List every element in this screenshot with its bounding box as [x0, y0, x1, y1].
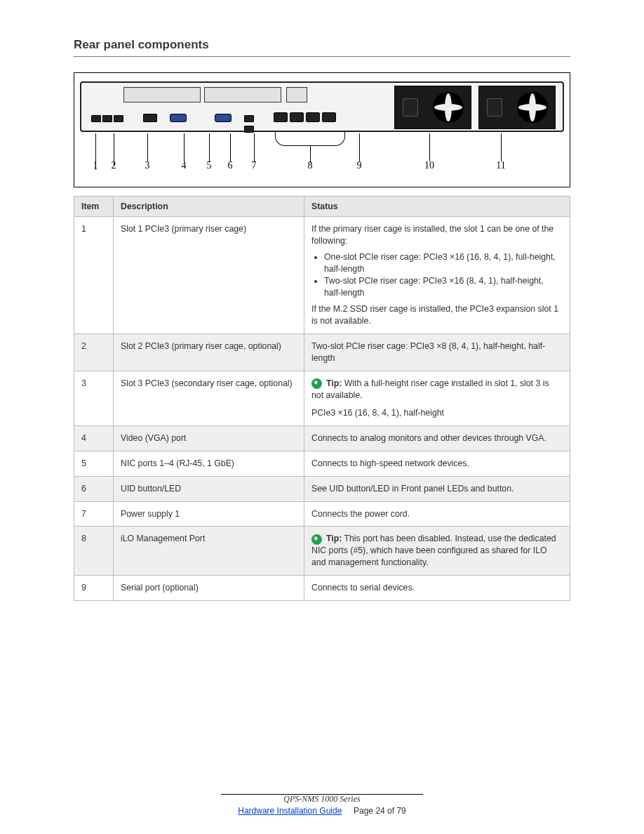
cell-desc: Slot 3 PCIe3 (secondary riser cage, opti…	[114, 371, 304, 425]
cell-status: Connects the power cord.	[304, 501, 570, 527]
cell-item: 5	[74, 451, 114, 476]
cell-status: Connects to serial devices.	[304, 576, 570, 601]
rear-panel-diagram: 1 2 3 4 5 6 7 8 9 10 11	[74, 72, 570, 187]
callout-num: 4	[182, 160, 187, 171]
cell-item: 3	[74, 371, 114, 425]
callout-num: 7	[252, 160, 257, 171]
table-row: 4 Video (VGA) port Connects to analog mo…	[74, 425, 570, 451]
server-rear-illustration	[80, 81, 564, 132]
cell-desc: Slot 2 PCIe3 (primary riser cage, option…	[114, 333, 304, 371]
th-status: Status	[304, 197, 570, 217]
table-row: 5 NIC ports 1–4 (RJ-45, 1 GbE) Connects …	[74, 451, 570, 476]
cell-status: Connects to high-speed network devices.	[304, 451, 570, 476]
cell-status: See UID button/LED in Front panel LEDs a…	[304, 476, 570, 501]
cell-item: 8	[74, 527, 114, 576]
psu-2	[478, 86, 556, 129]
cell-item: 7	[74, 501, 114, 527]
table-row: 8 iLO Management Port Tip: This port has…	[74, 527, 570, 576]
cell-item: 9	[74, 576, 114, 601]
section-title: Rear panel components	[74, 38, 570, 57]
callout-num: 8	[308, 160, 313, 171]
psu-1	[394, 86, 471, 129]
table-row: 3 Slot 3 PCIe3 (secondary riser cage, op…	[74, 371, 570, 425]
cell-desc: Power supply 1	[114, 501, 304, 527]
cell-desc: UID button/LED	[114, 476, 304, 501]
tip-icon	[311, 534, 322, 545]
footer-page-info: Page 24 of 79	[354, 806, 406, 816]
th-item: Item	[74, 197, 114, 217]
rear-panel-table: Item Description Status 1 Slot 1 PCIe3 (…	[74, 196, 570, 601]
table-row: 9 Serial port (optional) Connects to ser…	[74, 576, 570, 601]
cell-desc: NIC ports 1–4 (RJ-45, 1 GbE)	[114, 451, 304, 476]
callout-num: 6	[228, 160, 233, 171]
callout-num: 1	[93, 160, 98, 171]
callout-num: 11	[496, 160, 505, 171]
cell-desc: Serial port (optional)	[114, 576, 304, 601]
callout-num: 2	[112, 160, 116, 171]
footer-link[interactable]: Hardware Installation Guide	[238, 806, 342, 816]
callout-num: 9	[357, 160, 362, 171]
cell-status: Tip: This port has been disabled. Instea…	[304, 527, 570, 576]
diagram-callouts: 1 2 3 4 5 6 7 8 9 10 11	[80, 133, 564, 184]
callout-num: 3	[145, 160, 150, 171]
cell-desc: Video (VGA) port	[114, 425, 304, 451]
cell-item: 6	[74, 476, 114, 501]
cell-status: Connects to analog monitors and other de…	[304, 425, 570, 451]
callout-num: 5	[207, 160, 212, 171]
tip-icon	[311, 378, 322, 389]
table-row: 6 UID button/LED See UID button/LED in F…	[74, 476, 570, 501]
page-footer: QPS-NMS 1000 Series Hardware Installatio…	[0, 794, 644, 816]
table-row: 7 Power supply 1 Connects the power cord…	[74, 501, 570, 527]
table-row: 1 Slot 1 PCIe3 (primary riser cage) If t…	[74, 217, 570, 334]
th-desc: Description	[114, 197, 304, 217]
cell-item: 1	[74, 217, 114, 334]
cell-status: Two-slot PCIe riser cage: PCIe3 ×8 (8, 4…	[304, 333, 570, 371]
cell-desc: iLO Management Port	[114, 527, 304, 576]
cell-status: If the primary riser cage is installed, …	[304, 217, 570, 334]
cell-item: 4	[74, 425, 114, 451]
footer-model: QPS-NMS 1000 Series	[0, 794, 644, 805]
table-row: 2 Slot 2 PCIe3 (primary riser cage, opti…	[74, 333, 570, 371]
cell-desc: Slot 1 PCIe3 (primary riser cage)	[114, 217, 304, 334]
cell-status: Tip: With a full-height riser cage insta…	[304, 371, 570, 425]
cell-item: 2	[74, 333, 114, 371]
callout-num: 10	[424, 160, 434, 171]
